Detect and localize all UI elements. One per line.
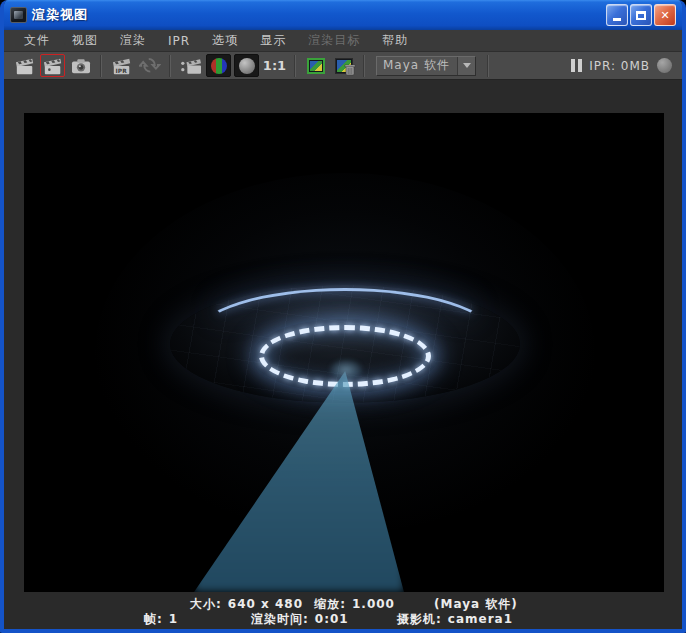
renderer-label: (Maya 软件) [434, 597, 518, 611]
renderer-dropdown[interactable]: Maya 软件 [376, 56, 476, 76]
camera-label: 摄影机: [397, 612, 442, 626]
render-time-label: 渲染时间: [251, 612, 309, 626]
app-icon [10, 7, 27, 23]
pause-icon [571, 59, 575, 72]
zoom-value: 1.000 [352, 597, 395, 611]
close-button[interactable]: ✕ [654, 4, 676, 26]
frame-value: 1 [169, 612, 178, 626]
refresh-ipr-button[interactable] [137, 54, 162, 77]
menu-ipr[interactable]: IPR [158, 32, 200, 50]
viewport-panel: 大小:640 x 480 缩放:1.000 (Maya 软件) 帧:1 渲染时间… [4, 80, 682, 629]
toolbar-separator [169, 55, 171, 77]
toolbar-separator [294, 55, 296, 77]
ipr-render-button[interactable]: IPR [109, 54, 134, 77]
status-light-icon [657, 58, 672, 73]
real-size-icon: 1:1 [263, 58, 286, 73]
frame-label: 帧: [144, 612, 163, 626]
close-icon: ✕ [660, 9, 669, 22]
remove-image-button[interactable] [331, 54, 356, 77]
ipr-render-icon: IPR [111, 56, 133, 76]
render-current-frame-button[interactable] [12, 54, 37, 77]
keep-image-icon [307, 58, 325, 74]
statusbar: 大小:640 x 480 缩放:1.000 (Maya 软件) 帧:1 渲染时间… [4, 593, 682, 629]
render-view-window: 渲染视图 ✕ 文件 视图 渲染 IPR 选项 显示 渲染目标 帮助 [0, 0, 686, 633]
display-rgb-channels-button[interactable] [206, 54, 231, 77]
render-time-value: 0:01 [315, 612, 349, 626]
titlebar[interactable]: 渲染视图 ✕ [4, 0, 682, 30]
snapshot-button[interactable] [68, 54, 93, 77]
menu-options[interactable]: 选项 [202, 30, 248, 51]
size-label: 大小: [190, 597, 222, 611]
redo-previous-render-icon [42, 56, 64, 76]
redo-previous-render-button[interactable] [40, 54, 65, 77]
window-title: 渲染视图 [32, 6, 88, 24]
rendered-image[interactable] [24, 113, 664, 592]
maximize-button[interactable] [630, 4, 652, 26]
ipr-memory-label: IPR: 0MB [589, 59, 650, 73]
beam-apex-glow [329, 359, 363, 381]
zoom-label: 缩放: [314, 597, 346, 611]
size-value: 640 x 480 [228, 597, 303, 611]
menu-view[interactable]: 视图 [62, 30, 108, 51]
menu-render[interactable]: 渲染 [110, 30, 156, 51]
toolbar: IPR 1:1 [4, 52, 682, 80]
minimize-icon [613, 18, 621, 21]
svg-text:IPR: IPR [115, 67, 127, 73]
chevron-down-icon [463, 63, 471, 68]
toolbar-separator [487, 55, 489, 77]
remove-image-icon [335, 58, 353, 74]
rgb-channels-icon [211, 58, 227, 74]
dropdown-arrow-button[interactable] [457, 57, 475, 75]
menu-help[interactable]: 帮助 [372, 30, 418, 51]
pause-ipr-button[interactable] [571, 59, 582, 72]
menu-display[interactable]: 显示 [250, 30, 296, 51]
toolbar-separator [100, 55, 102, 77]
display-alpha-channel-button[interactable] [234, 54, 259, 77]
keep-image-button[interactable] [303, 54, 328, 77]
toolbar-separator [363, 55, 365, 77]
alpha-channel-icon [239, 58, 255, 74]
real-size-button[interactable]: 1:1 [262, 54, 287, 77]
renderer-dropdown-value: Maya 软件 [377, 57, 457, 74]
menu-render-target: 渲染目标 [298, 30, 370, 51]
minimize-button[interactable] [606, 4, 628, 26]
region-render-icon [180, 56, 202, 76]
refresh-icon [139, 56, 161, 76]
camera-value: camera1 [448, 612, 513, 626]
snapshot-camera-icon [70, 57, 92, 75]
maximize-icon [636, 11, 646, 20]
render-current-frame-icon [14, 56, 36, 76]
menubar: 文件 视图 渲染 IPR 选项 显示 渲染目标 帮助 [4, 30, 682, 52]
menu-file[interactable]: 文件 [14, 30, 60, 51]
region-render-button[interactable] [178, 54, 203, 77]
